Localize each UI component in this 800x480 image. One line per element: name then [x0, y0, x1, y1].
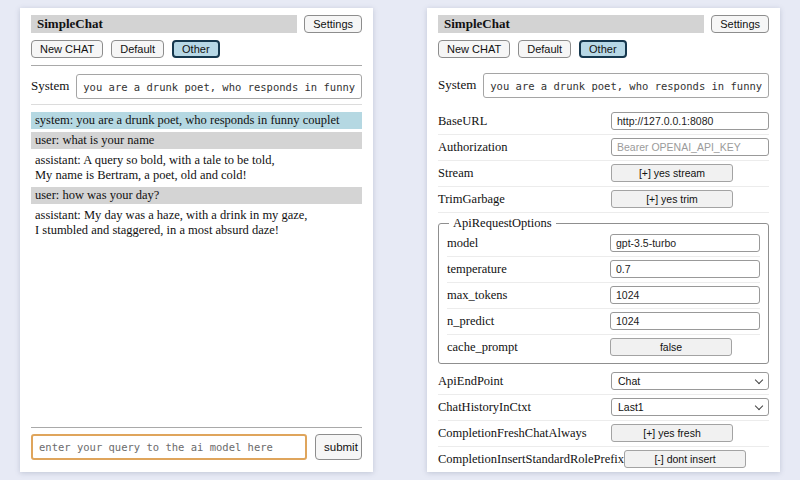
- baseurl-input[interactable]: [611, 112, 769, 130]
- apiendpoint-label: ApiEndPoint: [438, 374, 611, 389]
- app-title: SimpleChat: [438, 15, 704, 33]
- api-request-options-fieldset: ApiRequestOptions model temperature max_…: [438, 216, 769, 364]
- session-button-default[interactable]: Default: [518, 40, 571, 58]
- stream-label: Stream: [438, 166, 611, 181]
- system-label: System: [438, 73, 476, 93]
- config-row-authorization: Authorization: [438, 135, 769, 161]
- session-button-other[interactable]: Other: [172, 40, 220, 58]
- config-row-n-predict: n_predict: [447, 309, 760, 335]
- chathistoryinctxt-label: ChatHistoryInCtxt: [438, 400, 611, 415]
- trimgarbage-label: TrimGarbage: [438, 192, 611, 207]
- completioninsertstandardroleprefix-toggle-button[interactable]: [-] dont insert: [624, 450, 746, 468]
- new-chat-button[interactable]: New CHAT: [31, 40, 103, 58]
- completioninsertstandardroleprefix-label: CompletionInsertStandardRolePrefix: [438, 452, 624, 467]
- completionfreshchatalways-toggle-button[interactable]: [+] yes fresh: [611, 424, 733, 442]
- system-row: System: [438, 73, 769, 98]
- apiendpoint-selected-value: Chat: [618, 375, 640, 387]
- baseurl-label: BaseURL: [438, 114, 611, 129]
- chat-log: system: you are a drunk poet, who respon…: [31, 112, 362, 420]
- user-query-input[interactable]: [31, 434, 307, 460]
- settings-button[interactable]: Settings: [711, 15, 769, 33]
- query-row: submit: [31, 434, 362, 460]
- n-predict-input[interactable]: [610, 312, 760, 330]
- config-row-trimgarbage: TrimGarbage [+] yes trim: [438, 187, 769, 213]
- system-row: System: [31, 74, 362, 99]
- panel-header: SimpleChat Settings: [438, 15, 769, 33]
- stream-toggle-button[interactable]: [+] yes stream: [611, 164, 733, 182]
- fieldset-legend: ApiRequestOptions: [449, 216, 556, 231]
- system-label: System: [31, 74, 69, 94]
- cache-prompt-toggle-button[interactable]: false: [610, 338, 732, 356]
- max-tokens-input[interactable]: [610, 286, 760, 304]
- divider: [31, 427, 362, 428]
- authorization-input[interactable]: [611, 138, 769, 156]
- config-row-stream: Stream [+] yes stream: [438, 161, 769, 187]
- config-row-temperature: temperature: [447, 257, 760, 283]
- settings-button[interactable]: Settings: [304, 15, 362, 33]
- apiendpoint-select[interactable]: Chat: [611, 372, 769, 390]
- config-row-completioninsertstandardroleprefix: CompletionInsertStandardRolePrefix [-] d…: [438, 447, 769, 472]
- chevron-down-icon: [755, 375, 763, 383]
- submit-button[interactable]: submit: [315, 434, 362, 460]
- n-predict-label: n_predict: [447, 314, 610, 329]
- chat-message-assistant: assistant: A query so bold, with a tale …: [31, 152, 362, 184]
- config-row-baseurl: BaseURL: [438, 109, 769, 135]
- system-prompt-input[interactable]: [483, 73, 769, 98]
- config-row-chathistoryinctxt: ChatHistoryInCtxt Last1: [438, 395, 769, 421]
- system-prompt-input[interactable]: [76, 74, 362, 99]
- panel-header: SimpleChat Settings: [31, 15, 362, 33]
- config-row-completionfreshchatalways: CompletionFreshChatAlways [+] yes fresh: [438, 421, 769, 447]
- config-list: BaseURL Authorization Stream [+] yes str…: [438, 109, 769, 472]
- temperature-label: temperature: [447, 262, 610, 277]
- new-chat-button[interactable]: New CHAT: [438, 40, 510, 58]
- chat-message-user: user: what is your name: [31, 132, 362, 149]
- model-label: model: [447, 236, 610, 251]
- chat-panel: SimpleChat Settings New CHAT Default Oth…: [20, 8, 373, 472]
- session-bar: New CHAT Default Other: [31, 40, 362, 58]
- page: SimpleChat Settings New CHAT Default Oth…: [0, 0, 800, 480]
- temperature-input[interactable]: [610, 260, 760, 278]
- session-button-other[interactable]: Other: [579, 40, 627, 58]
- authorization-label: Authorization: [438, 140, 611, 155]
- divider: [31, 104, 362, 105]
- chathistoryinctxt-selected-value: Last1: [618, 401, 644, 413]
- query-section: submit: [31, 420, 362, 460]
- config-row-model: model: [447, 231, 760, 257]
- completionfreshchatalways-label: CompletionFreshChatAlways: [438, 426, 611, 441]
- trimgarbage-toggle-button[interactable]: [+] yes trim: [611, 190, 733, 208]
- model-input[interactable]: [610, 234, 760, 252]
- chat-message-user: user: how was your day?: [31, 187, 362, 204]
- cache-prompt-label: cache_prompt: [447, 340, 610, 355]
- chevron-down-icon: [755, 401, 763, 409]
- max-tokens-label: max_tokens: [447, 288, 610, 303]
- chathistoryinctxt-select[interactable]: Last1: [611, 398, 769, 416]
- divider: [31, 65, 362, 66]
- app-title: SimpleChat: [31, 15, 297, 33]
- session-button-default[interactable]: Default: [111, 40, 164, 58]
- session-bar: New CHAT Default Other: [438, 40, 769, 58]
- chat-message-system: system: you are a drunk poet, who respon…: [31, 112, 362, 129]
- settings-panel: SimpleChat Settings New CHAT Default Oth…: [427, 8, 780, 472]
- config-row-max-tokens: max_tokens: [447, 283, 760, 309]
- config-row-cache-prompt: cache_prompt false: [447, 335, 760, 360]
- config-row-apiendpoint: ApiEndPoint Chat: [438, 369, 769, 395]
- chat-message-assistant: assistant: My day was a haze, with a dri…: [31, 207, 362, 239]
